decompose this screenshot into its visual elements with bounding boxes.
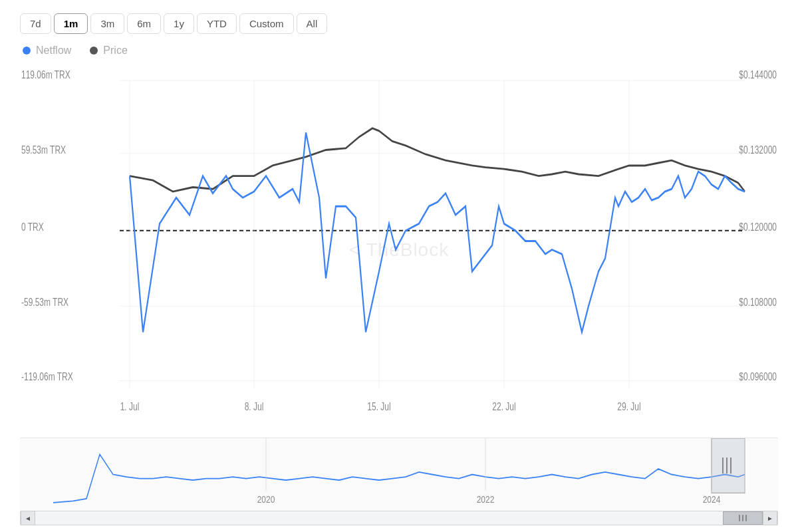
scroll-right-button[interactable]: ► [763, 511, 777, 525]
scroll-track[interactable] [35, 511, 763, 525]
scroll-grip-3 [745, 515, 747, 521]
legend-price: Price [90, 45, 127, 57]
scroll-thumb[interactable] [723, 511, 763, 525]
netflow-label: Netflow [36, 45, 71, 57]
main-chart[interactable]: < TheBlock 119.06m TRX 59.53m TRX 0 TRX … [20, 63, 778, 436]
chart-area: < TheBlock 119.06m TRX 59.53m TRX 0 TRX … [20, 63, 778, 525]
scroll-left-button[interactable]: ◄ [21, 511, 35, 525]
main-chart-svg: 119.06m TRX 59.53m TRX 0 TRX -59.53m TRX… [20, 63, 778, 436]
time-range-selector: 7d 1m 3m 6m 1y YTD Custom All [20, 13, 778, 34]
svg-text:-59.53m TRX: -59.53m TRX [21, 297, 68, 309]
time-btn-1y[interactable]: 1y [164, 13, 194, 34]
scroll-grip-2 [742, 515, 743, 521]
time-btn-ytd[interactable]: YTD [197, 13, 237, 34]
svg-rect-25 [20, 438, 778, 511]
price-dot [90, 47, 98, 55]
svg-text:-119.06m TRX: -119.06m TRX [21, 371, 73, 383]
svg-text:$0.096000: $0.096000 [739, 371, 777, 383]
svg-rect-32 [712, 438, 745, 493]
svg-text:$0.108000: $0.108000 [739, 297, 777, 309]
svg-text:15. Jul: 15. Jul [367, 400, 390, 412]
svg-text:$0.120000: $0.120000 [739, 221, 777, 233]
svg-text:$0.132000: $0.132000 [739, 144, 777, 156]
time-btn-7d[interactable]: 7d [20, 13, 51, 34]
scrollbar[interactable]: ◄ ► [20, 511, 778, 525]
time-btn-6m[interactable]: 6m [127, 13, 161, 34]
svg-text:2022: 2022 [477, 494, 495, 505]
scroll-grip-1 [739, 515, 740, 521]
chart-legend: Netflow Price [20, 45, 778, 57]
svg-text:8. Jul: 8. Jul [245, 400, 264, 412]
legend-netflow: Netflow [23, 45, 71, 57]
mini-chart-svg: 2020 2022 2024 [20, 438, 778, 511]
svg-text:1. Jul: 1. Jul [120, 400, 140, 412]
price-label: Price [103, 45, 127, 57]
svg-text:2024: 2024 [703, 494, 721, 505]
svg-text:2020: 2020 [257, 494, 275, 505]
netflow-dot [23, 47, 31, 55]
svg-text:0 TRX: 0 TRX [21, 221, 44, 233]
time-btn-3m[interactable]: 3m [90, 13, 124, 34]
time-btn-custom[interactable]: Custom [239, 13, 294, 34]
time-btn-1m[interactable]: 1m [54, 13, 88, 34]
svg-text:119.06m TRX: 119.06m TRX [21, 69, 70, 81]
svg-text:22. Jul: 22. Jul [492, 400, 515, 412]
svg-text:59.53m TRX: 59.53m TRX [21, 144, 66, 156]
svg-text:$0.144000: $0.144000 [739, 69, 777, 81]
time-btn-all[interactable]: All [297, 13, 328, 34]
svg-text:29. Jul: 29. Jul [617, 400, 640, 412]
mini-chart[interactable]: 2020 2022 2024 [20, 438, 778, 511]
